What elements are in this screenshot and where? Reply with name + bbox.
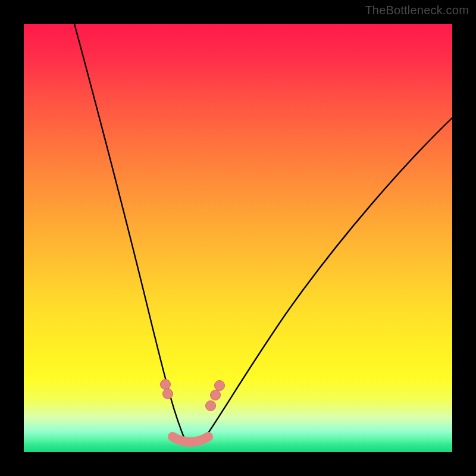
marker-right-1 [206, 401, 216, 411]
marker-left-2 [163, 389, 173, 399]
right-curve [202, 118, 452, 441]
curves-layer [24, 24, 452, 452]
plot-area [24, 24, 452, 452]
watermark-text: TheBottleneck.com [365, 4, 469, 17]
chart-frame: TheBottleneck.com [0, 0, 476, 476]
floor-segment [173, 437, 208, 442]
marker-left-1 [161, 380, 171, 390]
marker-right-3 [215, 381, 225, 391]
marker-right-2 [211, 390, 221, 400]
left-curve [74, 24, 186, 441]
